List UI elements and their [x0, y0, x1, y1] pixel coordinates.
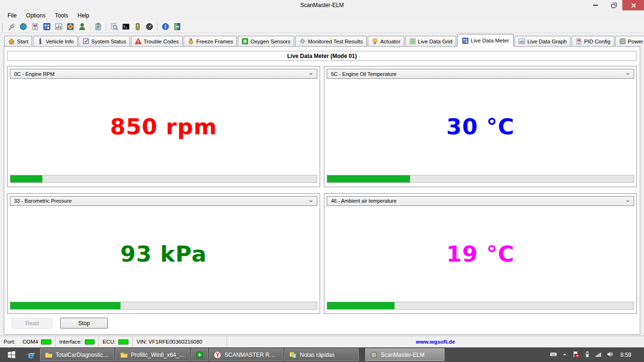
yandex-icon — [214, 351, 221, 359]
report-button[interactable] — [29, 21, 41, 32]
tab-power[interactable]: Power — [615, 36, 644, 46]
taskbar: e TotalCarDiagnostics-...Profilic_Win8_x… — [0, 347, 644, 362]
search-doc-icon — [110, 23, 118, 31]
taskbar-internet-explorer[interactable]: e — [23, 347, 40, 362]
port-value: COM4 — [23, 339, 38, 345]
website-section: www.wgsoft.de — [227, 336, 644, 347]
tab-label: PID Config — [584, 39, 611, 44]
actuator-icon — [371, 38, 378, 45]
grid-list-icon — [409, 38, 416, 45]
tray-signal[interactable] — [595, 351, 602, 359]
window-colors-icon — [66, 23, 74, 31]
meter-panel-1: 0C - Engine RPM850 rpm — [7, 66, 320, 187]
ecu-status-led — [118, 339, 129, 345]
signal-icon — [595, 351, 602, 358]
tab-live-data-meter[interactable]: Live Data Meter — [457, 34, 514, 47]
menu-help[interactable]: Help — [73, 10, 94, 21]
gauge-button[interactable] — [144, 21, 155, 32]
minimize-button[interactable] — [587, 0, 604, 10]
tab-system-status[interactable]: System Status — [79, 36, 130, 46]
tab-label: Start — [17, 39, 28, 44]
exit-button[interactable] — [171, 21, 183, 32]
tray-flag-alert[interactable] — [572, 351, 580, 359]
green-app-icon — [196, 351, 203, 359]
tray-chevron-up[interactable] — [561, 351, 568, 359]
tray-keyboard[interactable] — [550, 351, 557, 359]
taskbar-button-label: TotalCarDiagnostics-... — [56, 352, 110, 358]
minimize-icon — [593, 5, 598, 6]
battery-device-button[interactable] — [132, 21, 144, 32]
port-label: Port: — [4, 339, 15, 345]
menu-tools[interactable]: Tools — [50, 10, 73, 21]
report-icon — [31, 23, 39, 31]
meter-grid-icon — [43, 23, 51, 31]
taskbar-green-app-icon[interactable] — [191, 348, 208, 361]
toolbar-separator — [106, 23, 106, 31]
window-colors-button[interactable] — [64, 21, 76, 32]
info-button[interactable] — [160, 21, 171, 32]
taskbar-buttons: TotalCarDiagnostics-...Profilic_Win8_x64… — [40, 347, 445, 362]
pid-selector[interactable]: 0C - Engine RPM — [10, 69, 317, 79]
pid-selected-value: 0C - Engine RPM — [14, 71, 55, 77]
tab-trouble-codes[interactable]: Trouble Codes — [131, 36, 183, 46]
freeze-icon — [187, 38, 194, 45]
chevron-down-icon — [308, 71, 314, 77]
read-button[interactable]: Read — [12, 318, 52, 329]
restore-button[interactable] — [604, 0, 622, 10]
pid-selector[interactable]: 5C - Engine Oil Temperature — [327, 69, 634, 79]
tray-speaker[interactable] — [606, 351, 613, 359]
pid-selected-value: 46 - Ambient air temperature — [331, 198, 396, 204]
taskbar-profilic-win8-x64-x86[interactable]: Profilic_Win8_x64_x86 — [115, 348, 190, 361]
globe-button[interactable] — [17, 21, 29, 32]
meter-progress-fill — [327, 302, 394, 309]
taskbar-scanmaster-elm[interactable]: ScanMaster-ELM — [365, 348, 444, 361]
system-tray: 8:59 — [550, 347, 644, 362]
website-link[interactable]: www.wgsoft.de — [416, 339, 455, 345]
tab-oxygen-sensors[interactable]: Oxygen Sensors — [238, 36, 294, 46]
stop-button[interactable]: Stop — [60, 318, 108, 329]
pid-selector[interactable]: 46 - Ambient air temperature — [327, 196, 634, 206]
tab-vehicle-info[interactable]: Vehicle Info — [33, 36, 77, 46]
exit-icon — [173, 23, 181, 31]
clock[interactable]: 8:59 — [620, 352, 631, 358]
close-icon — [631, 3, 636, 8]
pid-selector[interactable]: 33 - Barometric Pressure — [10, 196, 317, 206]
chevron-down-icon — [625, 71, 631, 77]
chip-icon — [370, 351, 378, 359]
clipboard-button[interactable] — [92, 21, 104, 32]
menu-file[interactable]: File — [3, 10, 21, 21]
main-content: Live Data Meter (Mode 01) 0C - Engine RP… — [4, 46, 640, 335]
meter-grid-button[interactable] — [41, 21, 53, 32]
start-button[interactable] — [0, 347, 23, 362]
terminal-button[interactable] — [120, 21, 132, 32]
taskbar-totalcardiagnostics[interactable]: TotalCarDiagnostics-... — [40, 348, 114, 361]
terminal-icon — [122, 23, 130, 31]
restore-icon — [612, 4, 615, 8]
meter-progress-bar — [10, 302, 317, 310]
search-doc-button[interactable] — [108, 21, 120, 32]
report-icon — [575, 38, 582, 45]
taskbar-button-label: Notas rápidas — [300, 352, 335, 358]
port-section: Port: COM4 — [0, 336, 56, 347]
tab-live-data-graph[interactable]: Live Data Graph — [515, 36, 571, 46]
menu-options[interactable]: Options — [21, 10, 50, 21]
taskbar-notas-r-pidas[interactable]: Notas rápidas — [284, 348, 359, 361]
tab-freeze-frames[interactable]: Freeze Frames — [184, 36, 237, 46]
user-button[interactable] — [76, 21, 88, 32]
tray-battery[interactable] — [584, 351, 591, 359]
meter-progress-bar — [327, 175, 634, 183]
taskbar-scanmaster-rena[interactable]: SCANMASTER RENA... — [209, 348, 283, 361]
meter-progress-bar — [10, 175, 317, 183]
bar-graph-button[interactable] — [53, 21, 64, 32]
plug-button[interactable] — [6, 21, 17, 32]
tab-pid-config[interactable]: PID Config — [572, 36, 614, 46]
tab-monitored-test-results[interactable]: Monitored Test Results — [295, 36, 367, 46]
chevron-down-icon — [308, 198, 314, 204]
tab-live-data-grid[interactable]: Live Data Grid — [405, 36, 457, 46]
tab-start[interactable]: Start — [4, 36, 32, 46]
close-button[interactable] — [622, 0, 644, 10]
interface-label: Interface: — [59, 339, 82, 345]
tab-actuator[interactable]: Actuator — [368, 36, 404, 46]
bar-graph-icon — [518, 38, 525, 45]
notes-icon — [289, 351, 297, 359]
